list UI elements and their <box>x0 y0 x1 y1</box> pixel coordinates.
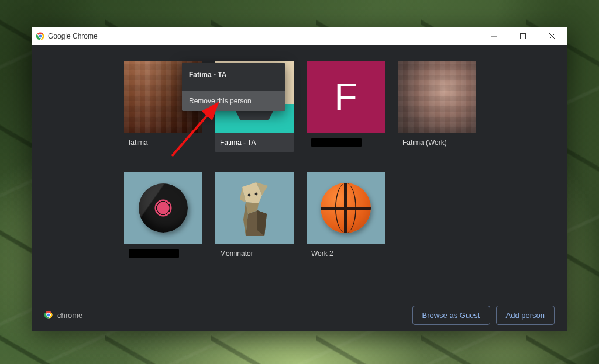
vinyl-record-icon <box>139 183 188 233</box>
profile-manager-body: fatima Fatima - TA F <box>32 45 567 331</box>
context-menu-title: Fatima - TA <box>182 63 285 91</box>
context-menu-remove-person[interactable]: Remove this person <box>182 91 285 111</box>
footer-brand: chrome <box>44 311 82 320</box>
close-button[interactable] <box>539 27 565 45</box>
browse-as-guest-button[interactable]: Browse as Guest <box>412 306 490 325</box>
profile-label: Fatima (Work) <box>398 133 476 152</box>
profile-card-3[interactable]: F <box>307 61 385 152</box>
profile-label <box>124 244 202 264</box>
profile-label: Mominator <box>215 244 294 264</box>
profile-card-mominator[interactable]: Mominator <box>215 172 294 264</box>
add-person-button[interactable]: Add person <box>496 306 555 325</box>
origami-cat-icon <box>228 179 281 237</box>
chrome-icon <box>44 311 53 319</box>
profile-label <box>307 133 385 152</box>
basketball-icon <box>321 183 371 233</box>
avatar <box>215 172 294 244</box>
svg-rect-4 <box>521 34 526 39</box>
svg-point-14 <box>248 194 251 197</box>
avatar <box>398 61 476 133</box>
profile-label: fatima <box>124 133 202 152</box>
svg-point-15 <box>255 193 258 196</box>
maximize-button[interactable] <box>510 27 536 45</box>
letter-avatar: F <box>307 61 385 133</box>
redacted-label <box>129 249 179 258</box>
avatar: F <box>307 61 385 133</box>
profile-card-5[interactable] <box>124 172 202 264</box>
profile-label: Work 2 <box>307 244 385 264</box>
chrome-profile-manager-window: Google Chrome fatima <box>32 27 567 331</box>
redacted-label <box>311 138 362 147</box>
avatar <box>307 172 385 244</box>
profile-card-fatima-work[interactable]: Fatima (Work) <box>398 61 476 152</box>
profile-label: Fatima - TA <box>215 133 294 152</box>
profile-context-menu: Fatima - TA Remove this person <box>182 63 285 111</box>
profile-card-work-2[interactable]: Work 2 <box>307 172 385 264</box>
avatar <box>124 172 202 244</box>
minimize-button[interactable] <box>481 27 507 45</box>
footer-brand-label: chrome <box>57 311 82 320</box>
footer: chrome Browse as Guest Add person <box>32 299 567 331</box>
chrome-icon <box>36 32 44 40</box>
window-title: Google Chrome <box>48 32 98 40</box>
titlebar: Google Chrome <box>32 27 567 45</box>
